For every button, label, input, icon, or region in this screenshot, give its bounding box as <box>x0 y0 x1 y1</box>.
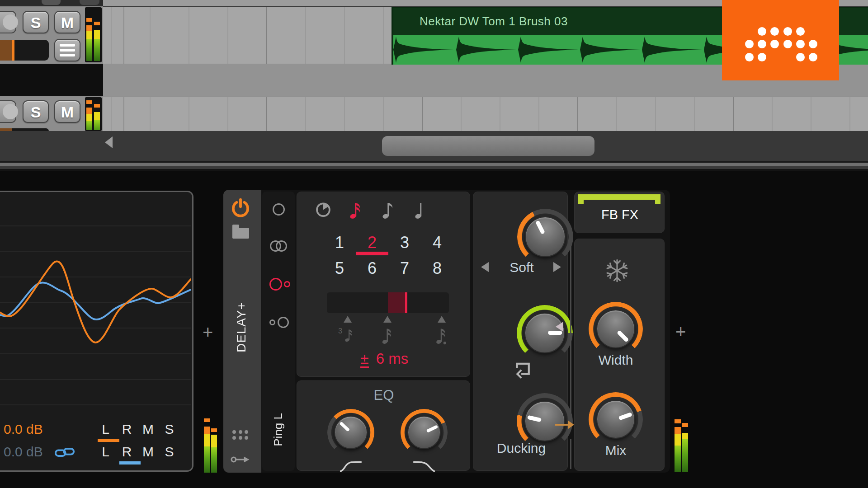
modulation-indicator-icon[interactable] <box>556 322 563 332</box>
track-header-1[interactable]: S M <box>0 6 103 64</box>
button-stub <box>42 0 61 5</box>
delay-mode-column: Ping L <box>262 192 295 471</box>
scope-device-panel[interactable]: 0.0 dB L R M S 0.0 dB L R M S <box>0 191 193 472</box>
chan-m[interactable]: M <box>137 444 159 460</box>
clip-name: Nektar DW Tom 1 Brush 03 <box>420 14 568 28</box>
sync-number[interactable]: 4 <box>421 233 453 252</box>
chan-r[interactable]: R <box>116 422 137 437</box>
link-icon[interactable] <box>54 446 75 459</box>
mix-knob[interactable] <box>589 392 643 446</box>
scroll-left-icon[interactable] <box>105 136 113 148</box>
chan-m[interactable]: M <box>137 422 159 437</box>
sync-number[interactable]: 6 <box>356 259 388 278</box>
scope-curve-right <box>0 282 191 319</box>
eq-lowpass-knob[interactable] <box>401 409 448 456</box>
fbfx-header-panel[interactable]: FB FX <box>574 192 665 233</box>
saturation-knob[interactable] <box>517 209 573 265</box>
channel-selector-top[interactable]: L R M S <box>95 422 180 437</box>
time-offset-slider[interactable] <box>327 292 449 313</box>
chan-l[interactable]: L <box>95 422 116 437</box>
track-gap <box>0 64 103 96</box>
record-icon <box>3 14 18 30</box>
mode-ping-r-icon[interactable] <box>269 317 289 328</box>
fbfx-selector-bar <box>578 194 660 200</box>
add-device-button[interactable]: + <box>675 323 686 341</box>
sync-number-row-1: 1 2 3 4 <box>323 233 453 252</box>
fbfx-label: FB FX <box>601 207 638 222</box>
eighth-note-icon[interactable] <box>372 201 405 219</box>
panel-divider-handle[interactable] <box>0 163 868 166</box>
arrow-head-icon <box>568 421 574 429</box>
mute-button[interactable]: M <box>54 100 80 123</box>
saturation-next-icon[interactable] <box>553 262 561 272</box>
saturation-label[interactable]: Soft <box>509 260 533 275</box>
plusminus[interactable]: ± <box>360 351 369 368</box>
add-device-button[interactable]: + <box>203 323 213 341</box>
slider-handle[interactable] <box>405 292 407 313</box>
feedback-loop-icon[interactable] <box>511 360 532 379</box>
fader-handle[interactable] <box>12 40 14 61</box>
chan-l[interactable]: L <box>95 444 116 460</box>
sixteenth-note-small-icon <box>381 326 395 345</box>
scrollbar-handle[interactable] <box>382 136 594 156</box>
button-stub <box>80 0 99 5</box>
eq-highpass-knob[interactable] <box>327 409 374 456</box>
scope-display <box>0 194 191 413</box>
chan-s[interactable]: S <box>159 422 180 437</box>
track-volume-fader[interactable] <box>0 40 49 61</box>
snowflake-icon[interactable] <box>604 258 630 283</box>
marker-dotted-icon[interactable] <box>438 316 446 323</box>
eq-label: EQ <box>374 387 394 404</box>
track-header-column: S M S M <box>0 0 103 131</box>
sync-number[interactable]: 1 <box>323 233 356 252</box>
folder-icon[interactable] <box>232 225 249 239</box>
mode-single-icon[interactable] <box>273 203 285 216</box>
record-arm-button[interactable] <box>0 11 16 33</box>
horizontal-scrollbar[interactable] <box>0 131 868 161</box>
channel-selector-bottom[interactable]: L R M S <box>95 444 180 460</box>
chan-r[interactable]: R <box>116 444 137 460</box>
mode-dual-icon[interactable] <box>270 240 287 252</box>
sync-number-selected[interactable]: 2 <box>356 233 388 252</box>
sync-number[interactable]: 5 <box>323 259 356 278</box>
record-arm-button[interactable] <box>0 100 16 123</box>
slider-fill <box>388 292 405 313</box>
sync-number[interactable]: 7 <box>388 259 421 278</box>
marker-straight-icon[interactable] <box>383 316 392 323</box>
delay-time-section: 1 2 3 4 5 6 7 8 <box>297 192 470 377</box>
track-meter <box>85 97 102 131</box>
marker-triplet-icon[interactable] <box>344 316 352 323</box>
track-header-2[interactable]: S M <box>0 96 103 131</box>
width-label: Width <box>599 352 633 368</box>
device-name[interactable]: DELAY+ <box>234 302 249 352</box>
feedback-knob[interactable] <box>517 305 573 361</box>
sync-number[interactable]: 3 <box>388 233 421 252</box>
mute-button[interactable]: M <box>54 11 80 33</box>
device-header-column: DELAY+ <box>223 190 261 473</box>
solo-button[interactable]: S <box>23 100 49 123</box>
fader-fill <box>0 40 12 61</box>
sixteenth-note-icon[interactable] <box>340 201 372 219</box>
menu-icon[interactable] <box>54 39 80 61</box>
power-icon[interactable] <box>231 198 250 219</box>
saturation-prev-icon[interactable] <box>481 262 489 272</box>
mode-ping-l-icon[interactable] <box>269 278 290 291</box>
solo-button[interactable]: S <box>23 11 49 33</box>
device-panel: 0.0 dB L R M S 0.0 dB L R M S + <box>0 171 868 488</box>
delay-eq-section: EQ <box>297 380 470 471</box>
fbfx-panel: Width Mix <box>574 239 665 471</box>
gain-right-value[interactable]: 0.0 dB <box>4 444 43 460</box>
clock-icon[interactable] <box>307 201 340 219</box>
triplet-note-icon: 3 <box>338 326 358 345</box>
sync-number[interactable]: 8 <box>421 259 453 278</box>
mapping-icon[interactable] <box>231 454 250 465</box>
record-icon <box>3 104 18 119</box>
remote-controls-icon[interactable] <box>232 430 249 440</box>
width-knob[interactable] <box>589 302 643 356</box>
offset-ms[interactable]: 6 ms <box>376 350 409 367</box>
time-offset-value[interactable]: ± 6 ms <box>360 350 408 368</box>
quarter-note-icon[interactable] <box>405 201 437 219</box>
chan-s[interactable]: S <box>159 444 180 460</box>
gain-left-value[interactable]: 0.0 dB <box>4 422 43 437</box>
sync-division-row <box>307 201 453 219</box>
